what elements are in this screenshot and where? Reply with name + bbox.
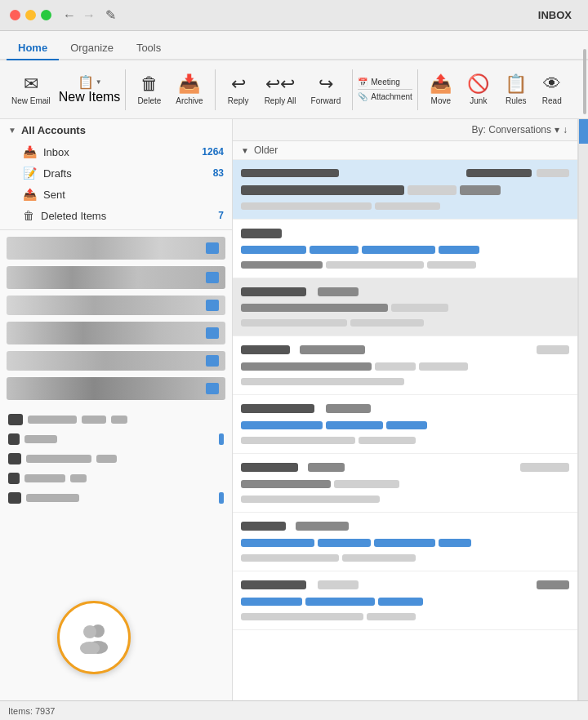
new-email-button[interactable]: ✉ New Email (5, 65, 57, 114)
junk-icon: 🚫 (467, 73, 489, 95)
sort-label: By: Conversations (472, 124, 551, 136)
rules-button[interactable]: 📋 Rules (498, 65, 534, 114)
sidebar-blurred-row-4[interactable] (7, 322, 225, 344)
back-icon[interactable]: ← (63, 8, 76, 23)
read-button[interactable]: 👁 Read (536, 65, 568, 114)
tabbar: Home Organize Tools (0, 31, 588, 60)
junk-button[interactable]: 🚫 Junk (461, 65, 497, 114)
right-panel (578, 119, 588, 700)
right-panel-accent (579, 119, 588, 144)
meeting-label: Meeting (371, 78, 400, 87)
sidebar-lower-1[interactable] (0, 410, 232, 429)
read-label: Read (542, 96, 562, 105)
email-item-8[interactable] (233, 571, 577, 630)
meeting-divider (358, 89, 412, 90)
sidebar-blurred-row-1[interactable] (7, 237, 225, 260)
sidebar-item-deleted[interactable]: 🗑 Deleted Items 7 (0, 205, 232, 226)
sent-label: Sent (43, 189, 224, 201)
all-accounts-chevron: ▼ (8, 126, 16, 135)
email-list: By: Conversations ▾ ↓ ▼ Older (233, 119, 578, 700)
new-email-icon: ✉ (24, 73, 38, 95)
sent-icon: 📤 (23, 188, 37, 201)
archive-label: Archive (176, 96, 203, 105)
archive-button[interactable]: 📥 Archive (169, 65, 209, 114)
email-item-3[interactable] (233, 278, 577, 336)
sidebar-divider-1 (0, 229, 232, 230)
sidebar-lower-5[interactable] (0, 488, 232, 508)
reply-all-button[interactable]: ↩↩ Reply All (258, 65, 303, 114)
drafts-label: Drafts (43, 167, 213, 180)
forward-button[interactable]: ↪ Forward (305, 65, 348, 114)
tab-tools[interactable]: Tools (125, 37, 172, 60)
forward-icon: → (82, 8, 96, 23)
sidebar-blurred-row-3[interactable] (7, 296, 225, 315)
sidebar-lower-2[interactable] (0, 429, 232, 449)
drafts-count: 83 (213, 167, 224, 179)
sidebar-item-drafts[interactable]: 📝 Drafts 83 (0, 162, 232, 184)
email-item-5[interactable] (233, 395, 577, 454)
people-button[interactable] (57, 601, 131, 674)
meeting-icon: 📅 (358, 78, 368, 87)
sidebar-lower-4[interactable] (0, 469, 232, 488)
move-label: Move (431, 96, 451, 105)
close-button[interactable] (10, 10, 20, 20)
delete-icon: 🗑 (140, 73, 158, 95)
inbox-label: Inbox (43, 146, 202, 158)
rules-label: Rules (506, 96, 527, 105)
new-items-label: New Items (59, 90, 121, 104)
deleted-count: 7 (218, 210, 224, 221)
sidebar-item-sent[interactable]: 📤 Sent (0, 184, 232, 205)
email-item-4[interactable] (233, 336, 577, 395)
reply-label: Reply (228, 96, 249, 105)
inbox-icon: 📥 (23, 145, 37, 158)
new-items-icon: 📋 (78, 74, 94, 90)
sort-chevron-icon: ▾ (555, 124, 559, 136)
sidebar-blurred-row-5[interactable] (7, 351, 225, 371)
attachment-row[interactable]: 📎 Attachment (358, 91, 412, 102)
status-text: Items: 7937 (8, 706, 55, 716)
minimize-button[interactable] (25, 10, 36, 20)
reply-icon: ↩ (231, 73, 246, 95)
new-email-label: New Email (11, 96, 51, 105)
titlebar: ← → ✎ INBOX (0, 0, 588, 31)
sidebar-lower-3[interactable] (0, 449, 232, 469)
delete-label: Delete (137, 96, 161, 105)
email-list-header: By: Conversations ▾ ↓ (233, 119, 577, 141)
sidebar-spacer (0, 403, 232, 410)
inbox-count: 1264 (202, 146, 224, 158)
all-accounts-header[interactable]: ▼ All Accounts (0, 119, 232, 141)
reply-button[interactable]: ↩ Reply (220, 65, 256, 114)
attachment-icon: 📎 (358, 92, 368, 101)
forward-label: Forward (311, 96, 341, 105)
svg-point-2 (83, 625, 96, 638)
email-item-1[interactable] (233, 160, 577, 220)
sidebar-blurred-row-2[interactable] (7, 266, 225, 289)
new-items-dropdown-arrow: ▼ (96, 78, 102, 86)
sort-button[interactable]: By: Conversations ▾ ↓ (472, 124, 568, 136)
junk-label: Junk (470, 96, 487, 105)
compose-icon[interactable]: ✎ (105, 7, 116, 23)
drafts-icon: 📝 (23, 167, 37, 180)
tab-organize[interactable]: Organize (59, 37, 125, 60)
all-accounts-label: All Accounts (21, 124, 86, 136)
sidebar-blurred-row-6[interactable] (7, 377, 225, 400)
attachment-label: Attachment (371, 92, 412, 101)
meeting-row[interactable]: 📅 Meeting (358, 77, 412, 87)
reply-all-label: Reply All (265, 96, 296, 105)
new-items-button[interactable]: 📋 ▼ New Items (59, 74, 121, 104)
separator-1 (125, 69, 126, 110)
separator-3 (352, 69, 353, 110)
window-controls[interactable] (10, 10, 51, 20)
reply-all-icon: ↩↩ (265, 73, 295, 95)
email-group-older[interactable]: ▼ Older (233, 141, 577, 160)
sidebar-item-inbox[interactable]: 📥 Inbox 1264 (0, 141, 232, 162)
email-item-7[interactable] (233, 513, 577, 571)
move-button[interactable]: 📤 Move (423, 65, 459, 114)
meeting-attachment-group: 📅 Meeting 📎 Attachment (358, 77, 412, 102)
email-item-2[interactable] (233, 220, 577, 278)
maximize-button[interactable] (41, 10, 51, 20)
delete-button[interactable]: 🗑 Delete (131, 65, 167, 114)
rules-icon: 📋 (505, 73, 527, 95)
email-item-6[interactable] (233, 454, 577, 513)
tab-home[interactable]: Home (7, 37, 59, 60)
